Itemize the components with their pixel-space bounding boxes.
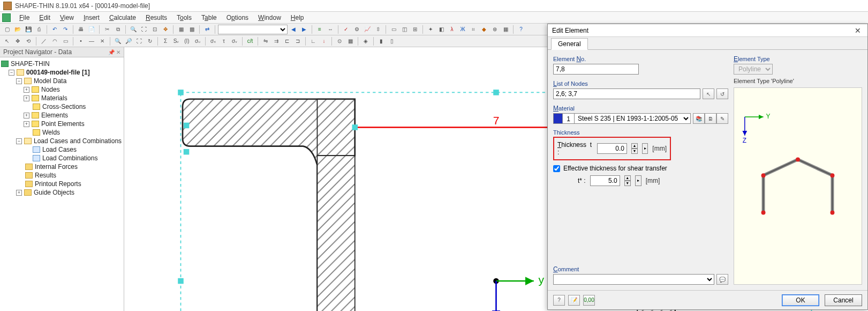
menu-window[interactable]: Window bbox=[254, 13, 285, 23]
tree-expander[interactable]: + bbox=[24, 87, 29, 93]
shear-icon[interactable]: ⌗ bbox=[469, 25, 478, 34]
thickness-input[interactable] bbox=[597, 143, 627, 154]
axes-icon[interactable]: ✦ bbox=[426, 25, 435, 34]
units-button-icon[interactable]: 0,00 bbox=[583, 295, 595, 306]
table-icon[interactable]: ▦ bbox=[176, 25, 186, 34]
details-button-icon[interactable]: 📝 bbox=[568, 295, 580, 306]
comment-combo[interactable] bbox=[553, 274, 714, 285]
tstar-step-icon[interactable]: ▸ bbox=[635, 175, 641, 186]
save-all-icon[interactable]: ⎙ bbox=[34, 25, 44, 34]
mirror-icon[interactable]: ⇋ bbox=[261, 36, 270, 46]
weld-icon[interactable]: ✕ bbox=[97, 36, 107, 46]
tree-expander[interactable]: − bbox=[16, 138, 22, 144]
copy-icon[interactable]: ⧉ bbox=[113, 25, 123, 34]
ieff-icon[interactable]: (I) bbox=[182, 36, 192, 46]
menu-options[interactable]: Options bbox=[222, 13, 253, 23]
tree-root[interactable]: SHAPE-THIN bbox=[11, 60, 50, 68]
tree-welds[interactable]: Welds bbox=[42, 129, 60, 136]
tree-model-data[interactable]: Model Data bbox=[34, 77, 66, 85]
node-icon[interactable]: • bbox=[76, 36, 86, 46]
menu-insert[interactable]: Insert bbox=[79, 13, 104, 23]
help-icon[interactable]: ? bbox=[516, 25, 526, 34]
thickness-step-icon[interactable]: ▸ bbox=[642, 143, 648, 154]
cut-icon[interactable]: ✂ bbox=[102, 25, 112, 34]
comment-pick-icon[interactable]: 💬 bbox=[716, 274, 728, 285]
scale-icon[interactable]: ⇳ bbox=[373, 25, 383, 34]
extend-icon[interactable]: ⊐ bbox=[293, 36, 303, 46]
dialog-title-bar[interactable]: Edit Element ✕ bbox=[548, 24, 867, 37]
sigma-u-icon[interactable]: σᵤ bbox=[193, 36, 202, 46]
sv-icon[interactable]: Sᵥ bbox=[171, 36, 181, 46]
units-icon[interactable]: ⇄ bbox=[202, 25, 212, 34]
list-nodes-input[interactable] bbox=[553, 88, 700, 99]
tree-load-cases[interactable]: Load Cases bbox=[42, 146, 77, 153]
menu-edit[interactable]: Edit bbox=[35, 13, 55, 23]
zoom-window-icon[interactable]: ⛶ bbox=[139, 25, 149, 34]
view3d-icon[interactable]: ◈ bbox=[361, 36, 371, 46]
element-no-input[interactable] bbox=[553, 64, 639, 75]
calc-icon[interactable]: ≡ bbox=[315, 25, 324, 34]
prev-icon[interactable]: ◀ bbox=[289, 25, 298, 34]
csys-icon[interactable]: ∟ bbox=[308, 36, 318, 46]
tab-general[interactable]: General bbox=[551, 38, 588, 50]
warp-icon[interactable]: ⊛ bbox=[490, 25, 500, 34]
material-lib-icon[interactable]: 📚 bbox=[693, 113, 705, 124]
rect-icon[interactable]: ▭ bbox=[61, 36, 70, 46]
tree-elements[interactable]: Elements bbox=[41, 112, 68, 119]
zoom-all-icon[interactable]: ⊡ bbox=[150, 25, 160, 34]
save-icon[interactable]: 💾 bbox=[24, 25, 33, 34]
tree-internal-forces[interactable]: Internal Forces bbox=[35, 163, 78, 171]
refresh-icon[interactable]: ↻ bbox=[145, 36, 155, 46]
pin-icon[interactable]: 📌 ✕ bbox=[108, 49, 120, 55]
sigma-x-icon[interactable]: σₓ bbox=[208, 36, 218, 46]
sigma-v-icon[interactable]: σᵥ bbox=[230, 36, 239, 46]
misc-icon[interactable]: ▦ bbox=[501, 25, 510, 34]
ok-button[interactable]: OK bbox=[782, 294, 819, 306]
loadcase-select[interactable] bbox=[218, 25, 288, 34]
navigator-tree[interactable]: SHAPE-THIN −000149-model-file [1] −Model… bbox=[0, 57, 124, 311]
menu-calculate[interactable]: Calculate bbox=[105, 13, 140, 23]
tree-expander[interactable]: + bbox=[24, 121, 29, 127]
material-select[interactable]: Steel S 235 | EN 1993-1-1:2005-05 bbox=[575, 113, 691, 124]
tree-cross-sections[interactable]: Cross-Sections bbox=[42, 103, 86, 110]
pan-icon[interactable]: ✥ bbox=[161, 25, 170, 34]
plastic-icon[interactable]: ◆ bbox=[479, 25, 489, 34]
tree-expander[interactable]: + bbox=[24, 113, 29, 119]
tree-lcases[interactable]: Load Cases and Combinations bbox=[34, 137, 122, 145]
undo-icon[interactable]: ↶ bbox=[50, 25, 59, 34]
move-icon[interactable]: ✥ bbox=[13, 36, 22, 46]
load-icon[interactable]: ↓ bbox=[319, 36, 329, 46]
zoom-icon[interactable]: 🔍 bbox=[129, 25, 138, 34]
tree-file[interactable]: 000149-model-file [1] bbox=[26, 69, 90, 76]
cpl-icon[interactable]: c/t bbox=[245, 36, 255, 46]
element-icon[interactable]: — bbox=[87, 36, 96, 46]
offset-icon[interactable]: ⇉ bbox=[271, 36, 281, 46]
trim-icon[interactable]: ⊏ bbox=[282, 36, 292, 46]
select-icon[interactable]: ↖ bbox=[2, 36, 12, 46]
moment-icon[interactable]: Ж bbox=[458, 25, 467, 34]
cancel-button[interactable]: Cancel bbox=[825, 294, 862, 306]
new-icon[interactable]: ▢ bbox=[2, 25, 12, 34]
tau-icon[interactable]: τ bbox=[219, 36, 229, 46]
thickness-spinner[interactable]: ▲▼ bbox=[631, 143, 638, 154]
tstar-input[interactable] bbox=[590, 175, 620, 186]
tree-expander[interactable]: − bbox=[16, 78, 22, 84]
next-icon[interactable]: ▶ bbox=[299, 25, 309, 34]
menu-help[interactable]: Help bbox=[286, 13, 308, 23]
wall2-icon[interactable]: ▯ bbox=[387, 36, 397, 46]
snap-icon[interactable]: ⊙ bbox=[335, 36, 344, 46]
material-new-icon[interactable]: 🗎 bbox=[705, 113, 716, 124]
menu-file[interactable]: File bbox=[15, 13, 34, 23]
fit-icon[interactable]: ⛶ bbox=[134, 36, 144, 46]
tree-expander[interactable]: + bbox=[24, 95, 29, 101]
reverse-nodes-icon[interactable]: ↺ bbox=[716, 88, 728, 99]
tree-guide-objects[interactable]: Guide Objects bbox=[34, 189, 74, 196]
check-icon[interactable]: ✓ bbox=[341, 25, 351, 34]
print-icon[interactable]: 🖶 bbox=[76, 25, 86, 34]
zoomout2-icon[interactable]: 🔎 bbox=[124, 36, 133, 46]
tool-a-icon[interactable]: ▭ bbox=[389, 25, 398, 34]
tstar-spinner[interactable]: ▲▼ bbox=[624, 175, 631, 186]
tree-expander[interactable]: − bbox=[9, 70, 14, 76]
graph-icon[interactable]: 📈 bbox=[363, 25, 372, 34]
material-edit-icon[interactable]: ✎ bbox=[716, 113, 728, 124]
